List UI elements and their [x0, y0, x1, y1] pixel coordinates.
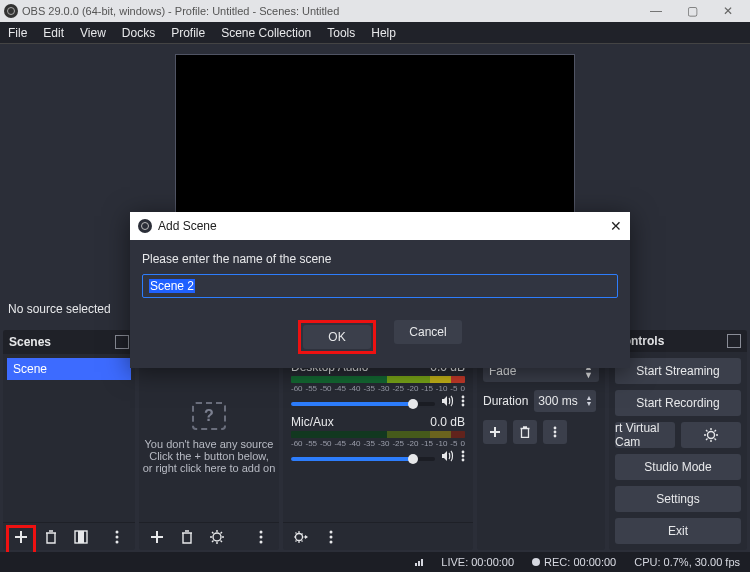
menu-view[interactable]: View	[80, 26, 106, 40]
annotation-highlight	[6, 525, 36, 555]
network-icon	[415, 559, 423, 566]
channel-more-button[interactable]	[461, 395, 465, 407]
svg-point-6	[260, 530, 263, 533]
scenes-panel: Scenes Scene	[3, 330, 135, 550]
svg-point-4	[116, 540, 119, 543]
svg-point-16	[330, 530, 333, 533]
status-live: LIVE: 00:00:00	[441, 556, 514, 568]
source-properties-button[interactable]	[205, 525, 229, 549]
window-title: OBS 29.0.0 (64-bit, windows) - Profile: …	[22, 5, 339, 17]
duration-spinner[interactable]: 300 ms ▲▼	[534, 390, 596, 412]
status-cpu: CPU: 0.7%, 30.00 fps	[634, 556, 740, 568]
audio-channel-mic: Mic/Aux 0.0 dB -60-55-50-45-40-35-30-25-…	[291, 415, 465, 462]
duration-label: Duration	[483, 394, 528, 408]
cancel-button[interactable]: Cancel	[394, 320, 462, 344]
volume-slider[interactable]	[291, 402, 435, 406]
popout-icon[interactable]	[727, 334, 741, 348]
virtual-cam-settings-button[interactable]	[681, 422, 741, 448]
volume-slider[interactable]	[291, 457, 435, 461]
menu-tools[interactable]: Tools	[327, 26, 355, 40]
audio-meter	[291, 431, 465, 438]
menubar: File Edit View Docks Profile Scene Colle…	[0, 22, 750, 44]
svg-point-13	[462, 455, 465, 458]
dialog-close-button[interactable]: ✕	[610, 218, 622, 234]
studio-mode-button[interactable]: Studio Mode	[615, 454, 741, 480]
svg-point-12	[462, 451, 465, 454]
svg-rect-1	[78, 531, 84, 543]
svg-point-10	[462, 400, 465, 403]
source-more-button[interactable]	[249, 525, 273, 549]
maximize-button[interactable]: ▢	[674, 4, 710, 18]
ok-button[interactable]: OK	[303, 325, 371, 349]
svg-point-17	[330, 535, 333, 538]
svg-point-19	[554, 427, 557, 430]
dialog-title: Add Scene	[158, 219, 217, 233]
transition-more-button[interactable]	[543, 420, 567, 444]
start-streaming-button[interactable]: Start Streaming	[615, 358, 741, 384]
no-source-label: No source selected	[8, 302, 111, 316]
audio-ticks: -60-55-50-45-40-35-30-25-20-15-10-50	[291, 439, 465, 448]
add-transition-button[interactable]	[483, 420, 507, 444]
svg-point-8	[260, 540, 263, 543]
scenes-title: Scenes	[9, 335, 51, 349]
close-button[interactable]: ✕	[710, 4, 746, 18]
sources-empty-text: You don't have any source Click the + bu…	[143, 438, 276, 474]
svg-point-14	[462, 459, 465, 462]
menu-docks[interactable]: Docks	[122, 26, 155, 40]
audio-ch-db: 0.0 dB	[430, 415, 465, 429]
status-rec: REC: 00:00:00	[532, 556, 616, 568]
speaker-icon[interactable]	[441, 395, 455, 407]
audio-ticks: -60-55-50-45-40-35-30-25-20-15-10-50	[291, 384, 465, 393]
settings-button[interactable]: Settings	[615, 486, 741, 512]
svg-point-3	[116, 535, 119, 538]
sources-empty-icon: ?	[192, 402, 226, 430]
scene-filter-button[interactable]	[69, 525, 93, 549]
menu-file[interactable]: File	[8, 26, 27, 40]
statusbar: LIVE: 00:00:00 REC: 00:00:00 CPU: 0.7%, …	[0, 552, 750, 572]
audio-ch-name: Mic/Aux	[291, 415, 334, 429]
exit-button[interactable]: Exit	[615, 518, 741, 544]
svg-point-21	[554, 435, 557, 438]
svg-point-18	[330, 540, 333, 543]
window-titlebar: OBS 29.0.0 (64-bit, windows) - Profile: …	[0, 0, 750, 22]
scene-name-input[interactable]: Scene 2	[142, 274, 618, 298]
svg-point-11	[462, 404, 465, 407]
svg-point-9	[462, 396, 465, 399]
svg-point-7	[260, 535, 263, 538]
speaker-icon[interactable]	[441, 450, 455, 462]
minimize-button[interactable]: —	[638, 4, 674, 18]
audio-advanced-button[interactable]	[289, 525, 313, 549]
scene-more-button[interactable]	[105, 525, 129, 549]
svg-point-5	[213, 533, 221, 541]
svg-point-20	[554, 431, 557, 434]
annotation-highlight: OK	[298, 320, 376, 354]
menu-profile[interactable]: Profile	[171, 26, 205, 40]
remove-scene-button[interactable]	[39, 525, 63, 549]
add-source-button[interactable]	[145, 525, 169, 549]
remove-source-button[interactable]	[175, 525, 199, 549]
menu-scene-collection[interactable]: Scene Collection	[221, 26, 311, 40]
add-scene-dialog: Add Scene ✕ Please enter the name of the…	[130, 212, 630, 368]
audio-meter	[291, 376, 465, 383]
audio-more-button[interactable]	[319, 525, 343, 549]
app-logo-icon	[4, 4, 18, 18]
dialog-prompt: Please enter the name of the scene	[142, 252, 618, 266]
virtual-cam-button[interactable]: rt Virtual Cam	[615, 422, 675, 448]
svg-point-22	[708, 432, 715, 439]
app-logo-icon	[138, 219, 152, 233]
remove-transition-button[interactable]	[513, 420, 537, 444]
svg-point-2	[116, 530, 119, 533]
menu-help[interactable]: Help	[371, 26, 396, 40]
popout-icon[interactable]	[115, 335, 129, 349]
start-recording-button[interactable]: Start Recording	[615, 390, 741, 416]
svg-point-15	[296, 533, 303, 540]
scene-item[interactable]: Scene	[7, 358, 131, 380]
channel-more-button[interactable]	[461, 450, 465, 462]
menu-edit[interactable]: Edit	[43, 26, 64, 40]
